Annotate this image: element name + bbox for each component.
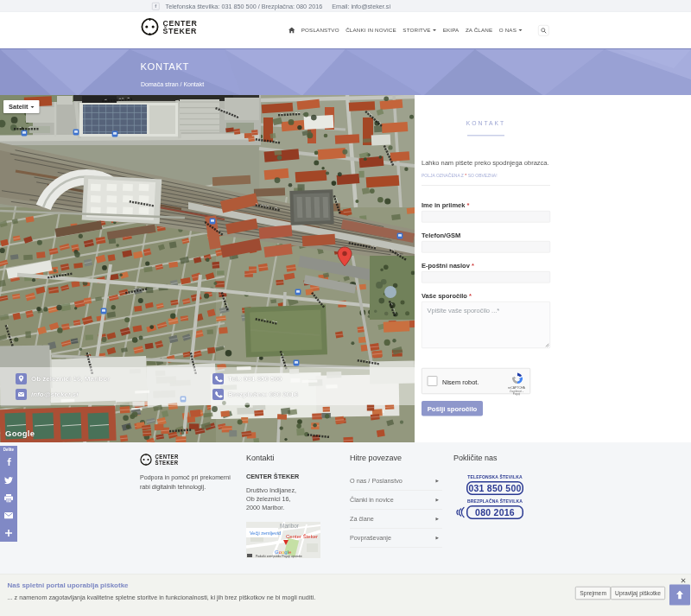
svg-text:Podatki zemljevida Pogoji up: Podatki zemljevida Pogoji uporabe	[256, 555, 302, 558]
svg-text:Center Šteker: Center Šteker	[286, 534, 318, 539]
svg-text:Maribor: Maribor	[280, 523, 300, 529]
svg-text:Večji zemljevid: Večji zemljevid	[250, 530, 281, 536]
